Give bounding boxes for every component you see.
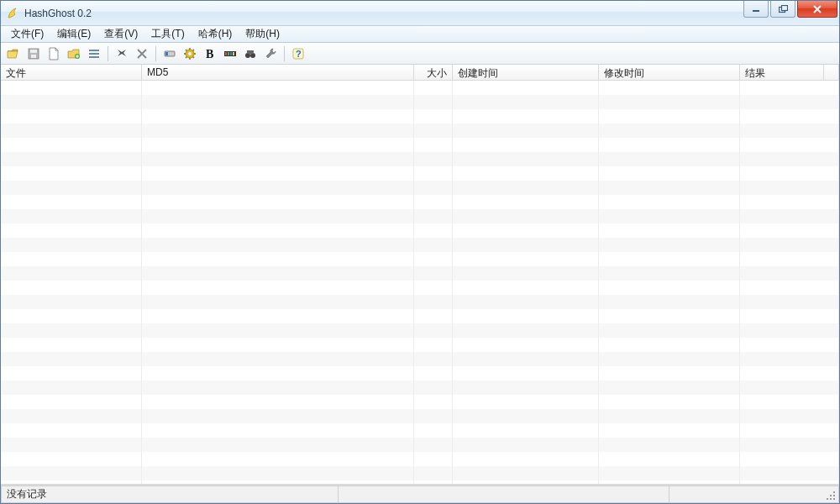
svg-rect-22 <box>247 50 254 54</box>
svg-rect-9 <box>89 56 99 58</box>
window-controls <box>742 1 839 18</box>
svg-rect-29 <box>830 495 832 496</box>
svg-rect-19 <box>233 52 234 55</box>
tb-palette[interactable] <box>221 45 239 63</box>
open-icon <box>7 47 20 60</box>
tb-binoculars[interactable] <box>241 45 260 63</box>
svg-rect-11 <box>165 52 168 55</box>
svg-rect-4 <box>30 50 37 53</box>
svg-rect-25 <box>833 498 835 500</box>
svg-rect-16 <box>225 52 227 55</box>
window-title: HashGhost 0.2 <box>24 8 92 19</box>
col-header-file[interactable]: 文件 <box>1 65 142 80</box>
svg-text:?: ? <box>296 49 302 59</box>
menu-tools[interactable]: 工具(T) <box>144 25 191 43</box>
tb-list[interactable] <box>85 45 103 63</box>
svg-rect-17 <box>228 52 229 55</box>
app-icon <box>6 7 19 20</box>
binoculars-icon <box>244 47 257 60</box>
col-header-tail[interactable] <box>824 65 839 80</box>
svg-rect-28 <box>827 498 828 500</box>
toolbar-separator <box>155 46 156 61</box>
toolbar-separator <box>108 46 108 61</box>
maximize-button[interactable] <box>770 1 795 18</box>
col-header-result[interactable]: 结果 <box>740 65 824 80</box>
svg-text:B: B <box>206 48 213 60</box>
tb-find[interactable] <box>113 45 131 63</box>
status-pane-1: 没有记录 <box>1 486 339 503</box>
maximize-icon <box>779 5 788 13</box>
tb-add-folder[interactable] <box>65 45 83 63</box>
tb-device[interactable] <box>160 45 179 63</box>
col-header-ctime[interactable]: 创建时间 <box>453 65 599 80</box>
col-header-size[interactable]: 大小 <box>414 65 453 80</box>
toolbar: B ? <box>1 43 839 65</box>
tb-clear[interactable] <box>133 45 151 63</box>
menu-help[interactable]: 帮助(H) <box>239 25 286 43</box>
statusbar: 没有记录 <box>1 485 839 503</box>
svg-rect-27 <box>833 495 835 496</box>
new-icon <box>47 47 60 60</box>
svg-rect-8 <box>89 53 99 55</box>
tb-open[interactable] <box>4 45 23 63</box>
status-pane-2 <box>339 486 669 503</box>
tb-help[interactable]: ? <box>289 45 307 63</box>
tb-settings[interactable] <box>181 45 199 63</box>
tb-bold[interactable]: B <box>201 45 219 63</box>
close-button[interactable] <box>797 1 837 18</box>
list-body[interactable] <box>1 81 839 485</box>
tb-new[interactable] <box>45 45 63 63</box>
save-icon <box>27 47 40 60</box>
wrench-icon <box>264 47 277 60</box>
svg-rect-7 <box>89 50 99 51</box>
device-icon <box>163 47 176 60</box>
menu-file[interactable]: 文件(F) <box>4 25 50 43</box>
svg-rect-26 <box>830 498 832 500</box>
minimize-button[interactable] <box>743 1 769 18</box>
titlebar[interactable]: HashGhost 0.2 <box>1 1 839 26</box>
bold-icon: B <box>203 47 217 60</box>
gear-icon <box>183 47 197 60</box>
status-pane-3 <box>669 486 839 503</box>
col-header-mtime[interactable]: 修改时间 <box>599 65 740 80</box>
list-icon <box>87 47 101 60</box>
menu-edit[interactable]: 编辑(E) <box>50 25 97 43</box>
help-icon: ? <box>291 47 305 60</box>
tb-save[interactable] <box>24 45 43 63</box>
svg-point-13 <box>188 52 192 55</box>
find-icon <box>115 47 129 60</box>
menu-hash[interactable]: 哈希(H) <box>192 25 239 43</box>
col-header-md5[interactable]: MD5 <box>142 65 414 80</box>
svg-rect-30 <box>833 491 835 493</box>
resize-grip-icon[interactable] <box>825 490 837 501</box>
svg-rect-5 <box>31 55 36 58</box>
svg-rect-0 <box>753 10 759 12</box>
tb-wrench[interactable] <box>261 45 280 63</box>
svg-rect-18 <box>230 52 232 55</box>
palette-icon <box>223 47 237 60</box>
toolbar-separator <box>284 46 285 61</box>
list-gridlines <box>1 81 839 484</box>
clear-icon <box>135 47 149 60</box>
close-icon <box>812 5 822 13</box>
column-headers: 文件 MD5 大小 创建时间 修改时间 结果 <box>1 65 839 81</box>
svg-rect-2 <box>781 5 787 10</box>
menubar: 文件(F) 编辑(E) 查看(V) 工具(T) 哈希(H) 帮助(H) <box>1 26 839 43</box>
menu-view[interactable]: 查看(V) <box>97 25 144 43</box>
app-window: HashGhost 0.2 文件(F) 编辑(E) 查看(V) 工具(T) 哈希 <box>0 0 840 504</box>
folder-icon <box>67 47 81 60</box>
minimize-icon <box>752 5 760 13</box>
